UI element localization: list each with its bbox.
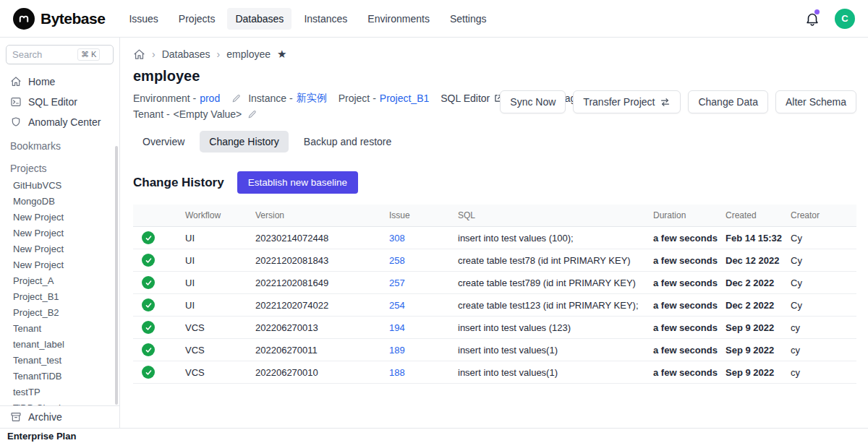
sidebar-project-item[interactable]: New Project (0, 241, 119, 257)
tenant-value: <Empty Value> (174, 108, 242, 120)
cell-workflow: UI (179, 249, 250, 272)
sidebar-project-item[interactable]: GitHubVCS (0, 177, 119, 193)
establish-baseline-button[interactable]: Establish new baseline (237, 171, 358, 194)
sidebar-project-item[interactable]: Project_A (0, 272, 119, 288)
topnav-item[interactable]: Projects (171, 8, 224, 30)
archive-icon (10, 411, 22, 423)
cell-duration: a few seconds (647, 317, 720, 339)
topnav-item[interactable]: Environments (359, 8, 438, 30)
alter-schema-button[interactable]: Alter Schema (775, 90, 856, 113)
notification-bell-icon[interactable] (804, 11, 820, 27)
sidebar-project-item[interactable]: Project_B1 (0, 288, 119, 304)
status-done-icon (142, 254, 155, 267)
sidebar-item-sql-editor[interactable]: SQL Editor (0, 92, 119, 112)
issue-link[interactable]: 258 (389, 255, 405, 266)
topnav-item[interactable]: Settings (442, 8, 495, 30)
tenant-label: Tenant - (133, 108, 170, 120)
table-row[interactable]: VCS 202206270013 194 insert into test va… (133, 317, 856, 339)
cell-version: 20221202081843 (250, 249, 383, 272)
issue-link[interactable]: 189 (389, 345, 405, 356)
change-data-button[interactable]: Change Data (688, 90, 768, 113)
table-row[interactable]: UI 20230214072448 308 insert into test v… (133, 227, 856, 249)
column-status (133, 205, 179, 227)
table-row[interactable]: VCS 202206270010 188 insert into test va… (133, 361, 856, 384)
projects-section-label[interactable]: Projects (0, 155, 119, 177)
instance-link[interactable]: 新实例 (297, 92, 327, 105)
sidebar-item-home[interactable]: Home (0, 72, 119, 92)
edit-tenant-pen-icon[interactable] (247, 110, 257, 119)
sidebar-project-item[interactable]: MongoDB (0, 193, 119, 209)
transfer-arrows-icon (660, 97, 671, 108)
cell-created: Sep 9 2022 (720, 317, 785, 339)
breadcrumb-databases[interactable]: Databases (162, 48, 210, 60)
page-title: employee (133, 68, 856, 85)
status-done-icon (142, 231, 155, 244)
topnav-item[interactable]: Databases (227, 8, 292, 30)
sync-now-button[interactable]: Sync Now (500, 90, 566, 113)
home-icon[interactable] (133, 48, 145, 61)
status-done-icon (142, 276, 155, 289)
cell-duration: a few seconds (647, 361, 720, 384)
issue-link[interactable]: 308 (389, 233, 405, 244)
sidebar-project-item[interactable]: testTP (0, 384, 119, 400)
cell-workflow: VCS (179, 339, 250, 361)
sidebar-project-item[interactable]: Project_B2 (0, 304, 119, 320)
sidebar-item-anomaly-center[interactable]: Anomaly Center (0, 112, 119, 132)
cell-sql: insert into test values (123) (452, 317, 647, 339)
table-row[interactable]: UI 20221202081843 258 create table test7… (133, 249, 856, 272)
cell-sql: insert into test values(1) (452, 339, 647, 361)
sidebar-project-item[interactable]: Tenant (0, 320, 119, 336)
sidebar-project-item[interactable]: New Project (0, 209, 119, 225)
topnav-item[interactable]: Instances (296, 8, 355, 30)
sql-editor-link[interactable]: SQL Editor (441, 93, 503, 104)
plan-label[interactable]: Enterprise Plan (7, 431, 76, 442)
project-link[interactable]: Project_B1 (380, 93, 429, 104)
avatar[interactable]: C (835, 9, 855, 29)
search-box[interactable]: ⌘ K (6, 45, 114, 64)
column-creator: Creator (785, 205, 856, 227)
chevron-right-icon: › (152, 48, 156, 60)
issue-link[interactable]: 257 (389, 278, 405, 288)
sidebar-project-item[interactable]: New Project (0, 225, 119, 241)
sidebar-project-item[interactable]: Tenant_test (0, 352, 119, 368)
tab[interactable]: Overview (133, 131, 194, 152)
brand[interactable]: Bytebase (13, 8, 105, 30)
change-history-table: Workflow Version Issue SQL Duration Crea… (133, 205, 856, 384)
cell-creator: Cy (785, 249, 856, 272)
transfer-project-button[interactable]: Transfer Project (573, 90, 681, 113)
cell-version: 20221202074022 (250, 294, 383, 317)
cell-sql: create table test123 (id int PRIMARY KEY… (452, 294, 647, 317)
tab[interactable]: Change History (200, 131, 289, 152)
top-navigation-bar: Bytebase IssuesProjectsDatabasesInstance… (0, 0, 868, 38)
cell-duration: a few seconds (647, 294, 720, 317)
bookmarks-section-label[interactable]: Bookmarks (0, 132, 119, 155)
sidebar-project-item[interactable]: TenantTiDB (0, 368, 119, 384)
cell-created: Dec 12 2022 (720, 249, 785, 272)
cell-version: 202206270013 (250, 317, 383, 339)
search-input[interactable] (12, 49, 77, 60)
issue-link[interactable]: 188 (389, 367, 405, 378)
sidebar-project-item[interactable]: tenant_label (0, 336, 119, 352)
sidebar: ⌘ K Home SQL Editor Anomaly Center (0, 38, 120, 428)
sidebar-scrollbar[interactable] (115, 146, 118, 405)
issue-link[interactable]: 254 (389, 300, 405, 311)
tab[interactable]: Backup and restore (294, 131, 401, 152)
table-row[interactable]: UI 20221202081649 257 create table test7… (133, 272, 856, 294)
sidebar-project-item[interactable]: New Project (0, 257, 119, 272)
topnav-item[interactable]: Issues (121, 8, 166, 30)
detail-tabs: OverviewChange HistoryBackup and restore (133, 131, 856, 152)
cell-sql: insert into test values(1) (452, 361, 647, 384)
project-list: GitHubVCSMongoDBNew ProjectNew ProjectNe… (0, 177, 119, 416)
cell-version: 20230214072448 (250, 227, 383, 249)
sidebar-item-archive[interactable]: Archive (0, 405, 119, 428)
issue-link[interactable]: 194 (389, 322, 405, 333)
bookmark-star-icon[interactable]: ★ (277, 48, 286, 61)
table-row[interactable]: VCS 202206270011 189 insert into test va… (133, 339, 856, 361)
table-row[interactable]: UI 20221202074022 254 create table test1… (133, 294, 856, 317)
environment-link[interactable]: prod (200, 93, 220, 104)
brand-name: Bytebase (41, 10, 105, 27)
cell-created: Dec 2 2022 (720, 294, 785, 317)
sidebar-item-label: Home (28, 76, 55, 87)
bytebase-logo-icon (13, 8, 35, 30)
cell-created: Sep 9 2022 (720, 339, 785, 361)
